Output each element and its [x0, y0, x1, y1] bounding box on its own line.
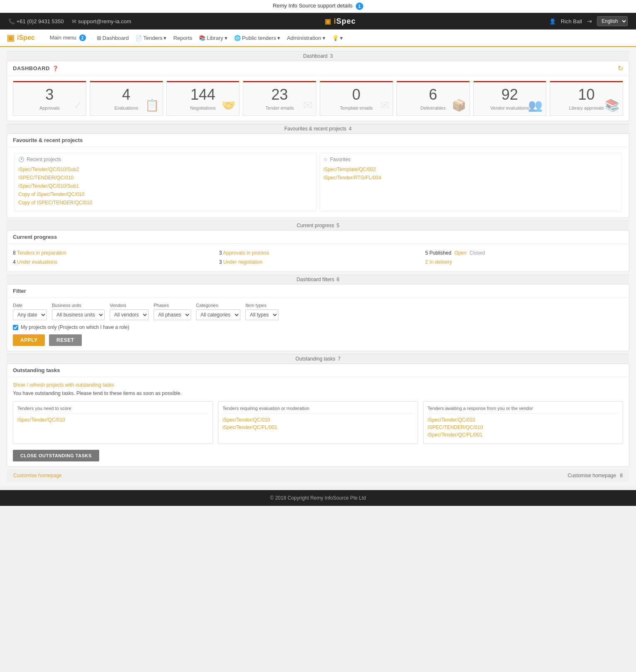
dashboard-header: DASHBOARD ❓ ↻	[7, 61, 629, 76]
filter-tab-badge: 6	[337, 277, 340, 282]
recent-link-4[interactable]: Copy of ISPEC/TENDER/QC/010	[18, 200, 313, 206]
progress-col-3: 5 Published Open Closed 2 In delivery	[425, 249, 623, 267]
filter-body: Date Any date Business units All busines…	[7, 298, 629, 351]
stat-card-negotiations[interactable]: 144 Negotiations 🤝	[166, 81, 240, 116]
progress-tab-divider: Current progress 5	[7, 221, 629, 230]
recent-link-1[interactable]: ISPEC/TENDER/QC/010	[18, 175, 313, 181]
progress-header: Current progress	[7, 231, 629, 244]
stat-card-approvals[interactable]: 3 Approvals ✓	[13, 81, 86, 116]
reset-button[interactable]: RESET	[49, 334, 82, 346]
date-select[interactable]: Any date	[13, 309, 47, 320]
eval-task-1[interactable]: iSpec/Tender/QC/FL/001	[223, 424, 413, 430]
business-units-select[interactable]: All business units	[52, 309, 105, 320]
top-info-badge: 1	[356, 2, 363, 10]
filter-date-group: Date Any date	[13, 303, 47, 320]
nav-item-administration[interactable]: Administration ▾	[284, 33, 328, 43]
stat-card-template-emails[interactable]: 0 Template emails ✉	[320, 81, 393, 116]
favorites-title: ☆ Favorites	[323, 157, 618, 162]
language-select[interactable]: English	[597, 16, 628, 26]
nav-item-library[interactable]: 📚 Library ▾	[196, 33, 230, 43]
refresh-tasks-link[interactable]: Show / refresh projects with outstanding…	[13, 382, 623, 388]
progress-tab-badge: 5	[337, 223, 340, 228]
admin-chevron: ▾	[323, 35, 325, 41]
footer: © 2018 Copyright Remy InfoSource Pte Ltd	[0, 490, 636, 506]
customise-row: Customise homepage Customise homepage 8	[7, 469, 629, 482]
tenders-chevron: ▾	[164, 35, 166, 41]
response-task-0[interactable]: iSpec/Tender/QC/010	[428, 417, 619, 423]
response-task-2[interactable]: iSpec/Tender/QC/FL/001	[428, 432, 619, 438]
stat-card-deliverables[interactable]: 6 Deliverables 📦	[396, 81, 470, 116]
recent-link-3[interactable]: Copy of iSpec/Tender/QC/010	[18, 191, 313, 197]
customise-link[interactable]: Customise homepage	[13, 473, 62, 478]
count-0: 8	[13, 250, 16, 256]
apply-button[interactable]: APPLY	[13, 334, 45, 346]
recent-link-2[interactable]: iSpec/Tender/QC/010/Sub1	[18, 183, 313, 189]
filter-row: Date Any date Business units All busines…	[13, 303, 623, 320]
progress-item-1: 4 Under evaluations	[13, 258, 211, 267]
nav-item-reports[interactable]: Reports	[171, 33, 195, 43]
score-task-0[interactable]: iSpec/Tender/QC/010	[17, 417, 208, 423]
filter-item-types-group: Item types All types	[245, 303, 279, 320]
progress-section: Current progress 8 Tenders in preparatio…	[7, 230, 629, 272]
response-task-1[interactable]: ISPEC/TENDER/QC/010	[428, 424, 619, 430]
main-content: Dashboard 3 DASHBOARD ❓ ↻ 3 Approvals ✓ …	[0, 47, 636, 486]
phone-icon: 📞	[8, 18, 15, 25]
deliverables-icon: 📦	[452, 98, 466, 112]
item-types-select[interactable]: All types	[245, 309, 279, 320]
recent-link-0[interactable]: iSpec/Tender/QC/010/Sub2	[18, 167, 313, 172]
fav-link-1[interactable]: iSpec/Tender/RTG/FL/004	[323, 175, 618, 181]
approvals-icon: ✓	[73, 98, 83, 112]
categories-label: Categories	[196, 303, 240, 308]
progress-link-0[interactable]: Tenders in preparation	[17, 250, 66, 256]
email-icon: ✉	[72, 18, 76, 25]
delivery-row: 2 In delivery	[425, 258, 623, 267]
main-menu-label: Main menu 2	[50, 34, 86, 42]
nav-item-help[interactable]: 💡 ▾	[330, 33, 345, 43]
fav-link-0[interactable]: iSpec/Template/QC/002	[323, 167, 618, 172]
stat-card-evaluations[interactable]: 4 Evaluations 📋	[90, 81, 163, 116]
progress-link-2[interactable]: Approvals in process	[223, 250, 269, 256]
dashboard-help-icon[interactable]: ❓	[52, 66, 59, 71]
eval-task-0[interactable]: iSpec/Tender/QC/010	[223, 417, 413, 423]
public-tenders-icon: 🌐	[234, 35, 241, 41]
count-3: 3	[219, 259, 222, 265]
vendors-label: Vendors	[110, 303, 149, 308]
stat-card-library-approvals[interactable]: 10 Library approvals 📚	[550, 81, 623, 116]
progress-link-3[interactable]: Under negotiation	[223, 259, 263, 265]
phases-select[interactable]: All phases	[154, 309, 191, 320]
open-link[interactable]: Open	[454, 250, 466, 256]
favourites-section: Favourite & recent projects 🕐 Recent pro…	[7, 133, 629, 218]
recent-projects-col: 🕐 Recent projects iSpec/Tender/QC/010/Su…	[15, 153, 316, 212]
logout-icon[interactable]: ⇥	[587, 18, 592, 25]
my-projects-checkbox[interactable]	[13, 325, 18, 330]
template-emails-icon: ✉	[380, 98, 389, 112]
vendors-select[interactable]: All vendors	[110, 309, 149, 320]
score-col: Tenders you need to score iSpec/Tender/Q…	[13, 401, 213, 444]
nav-item-tenders[interactable]: 📄 Tenders ▾	[133, 33, 169, 43]
categories-select[interactable]: All categories	[196, 309, 240, 320]
negotiations-icon: 🤝	[221, 98, 236, 112]
footer-text: © 2018 Copyright Remy InfoSource Pte Ltd	[270, 495, 366, 501]
eval-col-title: Tenders requiring evaluation or moderati…	[223, 406, 413, 414]
close-outstanding-tasks-button[interactable]: CLOSE OUTSTANDING TASKS	[13, 450, 99, 461]
refresh-icon[interactable]: ↻	[618, 64, 623, 72]
progress-link-1[interactable]: Under evaluations	[17, 259, 57, 265]
progress-body: 8 Tenders in preparation 4 Under evaluat…	[7, 244, 629, 272]
evaluations-icon: 📋	[145, 98, 159, 112]
stat-card-tender-emails[interactable]: 23 Tender emails ✉	[243, 81, 316, 116]
delivery-link[interactable]: 2 In delivery	[425, 259, 452, 265]
fav-body: 🕐 Recent projects iSpec/Tender/QC/010/Su…	[7, 147, 629, 218]
top-info-bar: Remy Info Source support details 1	[0, 0, 636, 13]
star-icon: ☆	[323, 157, 328, 162]
tender-emails-icon: ✉	[303, 98, 313, 112]
nav-item-dashboard[interactable]: ⊞ Dashboard	[94, 33, 132, 43]
filter-tab-divider: Dashboard filters 6	[7, 275, 629, 284]
customise-tab: Customise homepage 8	[568, 473, 623, 478]
filter-vendors-group: Vendors All vendors	[110, 303, 149, 320]
nav-bar: ▣ iSpec Main menu 2 ⊞ Dashboard 📄 Tender…	[0, 29, 636, 47]
nav-item-public-tenders[interactable]: 🌐 Public tenders ▾	[232, 33, 283, 43]
stat-card-vendor-evaluations[interactable]: 92 Vendor evaluations 👥	[473, 81, 547, 116]
main-nav: ⊞ Dashboard 📄 Tenders ▾ Reports 📚 Librar…	[94, 33, 345, 43]
dashboard-tab-badge: 3	[330, 53, 333, 59]
closed-link[interactable]: Closed	[470, 250, 485, 256]
